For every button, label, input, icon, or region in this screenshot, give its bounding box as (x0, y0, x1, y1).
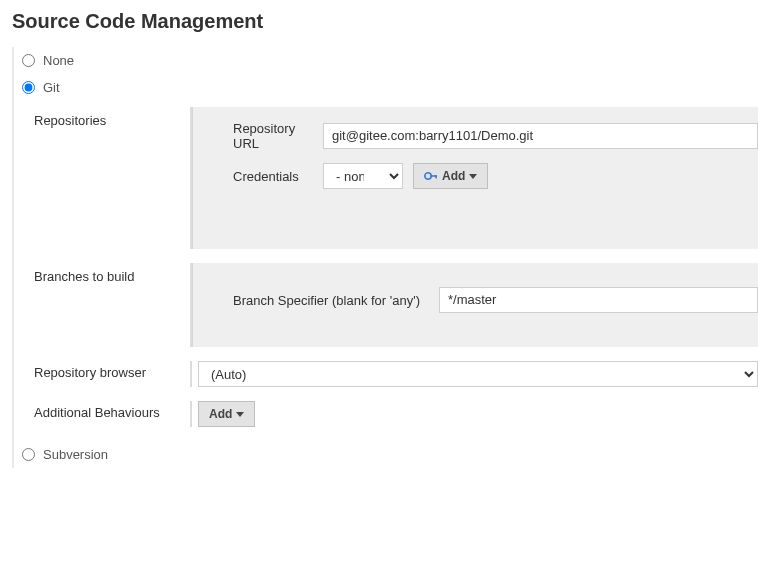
credentials-label: Credentials (233, 169, 323, 184)
repository-url-input[interactable] (323, 123, 758, 149)
repo-browser-label: Repository browser (34, 361, 190, 380)
repository-url-label: Repository URL (233, 121, 323, 151)
branch-specifier-label: Branch Specifier (blank for 'any') (233, 293, 439, 308)
scm-option-subversion[interactable]: Subversion (20, 441, 758, 468)
scm-option-subversion-label: Subversion (43, 447, 108, 462)
scm-radio-git[interactable] (22, 81, 35, 94)
scm-radio-none[interactable] (22, 54, 35, 67)
scm-option-git[interactable]: Git (20, 74, 758, 101)
scm-option-none-label: None (43, 53, 74, 68)
chevron-down-icon (236, 412, 244, 417)
repo-browser-select[interactable]: (Auto) (198, 361, 758, 387)
additional-add-label: Add (209, 407, 232, 421)
branch-specifier-input[interactable] (439, 287, 758, 313)
additional-behaviours-add-button[interactable]: Add (198, 401, 255, 427)
credentials-select[interactable]: - none - (323, 163, 403, 189)
repositories-label: Repositories (34, 107, 190, 128)
credentials-add-button[interactable]: Add (413, 163, 488, 189)
scm-radio-subversion[interactable] (22, 448, 35, 461)
scm-heading: Source Code Management (12, 10, 758, 33)
branches-label: Branches to build (34, 263, 190, 284)
svg-point-0 (425, 173, 431, 179)
additional-behaviours-label: Additional Behaviours (34, 401, 190, 420)
credentials-add-label: Add (442, 169, 465, 183)
chevron-down-icon (469, 174, 477, 179)
svg-rect-2 (435, 175, 437, 178)
key-icon (424, 171, 438, 181)
scm-option-git-label: Git (43, 80, 60, 95)
scm-option-none[interactable]: None (20, 47, 758, 74)
